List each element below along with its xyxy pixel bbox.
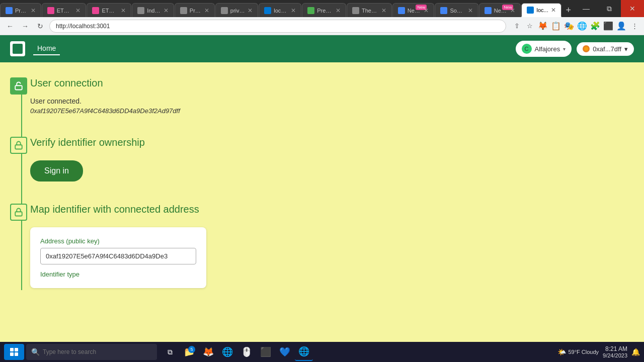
explorer-icon[interactable]: 📁 5 (180, 343, 198, 361)
url-bar[interactable]: http://localhost:3001 (49, 20, 506, 33)
tab-favicon (527, 7, 534, 14)
tab-localhost[interactable]: localh... ✕ (259, 3, 301, 17)
date: 9/24/2023 (603, 352, 627, 358)
address-short: 0xaf...7dff (593, 45, 621, 53)
user-icon[interactable]: 👤 (616, 21, 627, 32)
tab-new-ta2[interactable]: New Ta New ✕ (479, 3, 521, 17)
app-logo-inner (13, 44, 23, 54)
svg-rect-5 (10, 352, 14, 356)
step1-body: User connected. 0xaf19207E5e67A9f4C6483d… (30, 95, 634, 117)
tab-close-icon[interactable]: ✕ (248, 7, 253, 14)
main-content: User connection User connected. 0xaf1920… (0, 62, 644, 342)
svg-rect-0 (15, 85, 22, 89)
tab-close-icon[interactable]: ✕ (204, 7, 209, 14)
tab-title: IndeP... (147, 8, 161, 14)
tab-title: localh... (274, 8, 288, 14)
back-button[interactable]: ← (4, 20, 16, 32)
system-tray: 🌤️ 59°F Cloudy (557, 348, 599, 356)
taskview-icon[interactable]: ⧉ (161, 343, 179, 361)
tab-presets[interactable]: Preset... ✕ (302, 3, 346, 17)
vscode-icon[interactable]: 💙 (276, 343, 294, 361)
step1-title: User connection (30, 77, 634, 89)
map-card: Address (public key) Identifier type (30, 227, 206, 288)
tab-bar: Project ✕ ETHGl... ✕ ETHGl... ✕ IndeP...… (0, 0, 644, 17)
tab-close-icon[interactable]: ✕ (336, 7, 341, 14)
extension6-icon[interactable]: ⬛ (603, 21, 614, 32)
close-button[interactable]: ✕ (621, 0, 644, 17)
tab-title: Theme... (362, 8, 379, 14)
extension5-icon[interactable]: 🧩 (590, 21, 601, 32)
cursor-icon[interactable]: 🖱️ (237, 343, 256, 361)
tab-close-icon[interactable]: ✕ (510, 7, 515, 14)
tab-close-icon[interactable]: ✕ (291, 7, 296, 14)
tab-indep[interactable]: IndeP... ✕ (132, 3, 174, 17)
extension4-icon[interactable]: 🌐 (577, 21, 588, 32)
wallet-button[interactable]: C Alfajores ▾ (516, 41, 572, 57)
tab-close-icon[interactable]: ✕ (468, 7, 473, 14)
tab-favicon (221, 7, 228, 14)
forward-button[interactable]: → (19, 20, 31, 32)
tab-close-icon[interactable]: ✕ (31, 7, 36, 14)
notification-icon[interactable]: 🔔 (631, 348, 640, 356)
tab-favicon (264, 7, 271, 14)
step2-body: Sign in (30, 154, 634, 184)
tab-close-icon[interactable]: ✕ (164, 7, 169, 14)
taskbar-search[interactable]: 🔍 (26, 344, 157, 360)
restore-button[interactable]: ⧉ (598, 0, 621, 17)
tab-favicon (440, 7, 447, 14)
tab-title: Sonny... (450, 8, 465, 14)
tab-favicon (352, 7, 359, 14)
firefox-icon[interactable]: 🦊 (199, 343, 217, 361)
tab-loc-active[interactable]: loc... ✕ (521, 3, 561, 17)
browser-taskbar-icon[interactable]: 🌐 (295, 343, 313, 361)
address-input[interactable] (40, 248, 196, 264)
notion-icon[interactable]: ⬛ (257, 343, 275, 361)
tab-project[interactable]: Project ✕ (0, 3, 41, 17)
extension2-icon[interactable]: 📋 (550, 21, 561, 32)
step3-title: Map identifier with connected address (30, 204, 634, 215)
tab-title: loc... (536, 7, 548, 13)
new-tab-button[interactable]: + (562, 3, 575, 17)
search-input[interactable] (43, 348, 143, 355)
tab-close-icon[interactable]: ✕ (75, 7, 80, 14)
address-chevron: ▾ (624, 45, 628, 53)
share-icon[interactable]: ⇧ (511, 21, 522, 32)
tab-favicon (92, 7, 99, 14)
tab-privy[interactable]: Privy ✕ (175, 3, 215, 17)
menu-icon[interactable]: ⋮ (629, 21, 640, 32)
sign-in-button[interactable]: Sign in (30, 160, 83, 182)
step3-body: Address (public key) Identifier type (30, 221, 634, 290)
tab-privyi[interactable]: privy-i... ✕ (215, 3, 258, 17)
tab-new-ta1[interactable]: New Ta New ✕ (392, 3, 435, 17)
nav-home[interactable]: Home (33, 42, 60, 55)
tab-title: Privy (190, 8, 202, 14)
step-verify: Verify identifier ownership Sign in (30, 137, 634, 184)
start-button[interactable] (4, 344, 24, 360)
tab-close-icon[interactable]: ✕ (424, 7, 429, 14)
chrome-icon[interactable]: 🌐 (218, 343, 236, 361)
bookmark-icon[interactable]: ☆ (524, 21, 535, 32)
taskbar-right: 🌤️ 59°F Cloudy 8:21 AM 9/24/2023 🔔 (557, 345, 640, 358)
tab-ethgl2[interactable]: ETHGl... ✕ (87, 3, 131, 17)
extension3-icon[interactable]: 🎭 (564, 21, 575, 32)
svg-rect-1 (15, 145, 22, 149)
tab-close-icon[interactable]: ✕ (121, 7, 126, 14)
clock: 8:21 AM 9/24/2023 (603, 345, 627, 358)
minimize-button[interactable]: — (575, 0, 598, 17)
tab-close-icon[interactable]: ✕ (381, 7, 386, 14)
tab-close-icon[interactable]: ✕ (551, 7, 556, 14)
tab-sonny[interactable]: Sonny... ✕ (435, 3, 478, 17)
weather-icon: 🌤️ (557, 348, 566, 356)
tab-theme[interactable]: Theme... ✕ (347, 3, 392, 17)
header-right: C Alfajores ▾ 0xaf...7dff ▾ (516, 41, 634, 57)
tab-title: Project (15, 8, 28, 14)
tab-favicon (47, 7, 54, 14)
wallet-chevron: ▾ (563, 46, 566, 52)
taskbar-icons: ⧉ 📁 5 🦊 🌐 🖱️ ⬛ 💙 🌐 (161, 343, 313, 361)
extension1-icon[interactable]: 🦊 (537, 21, 548, 32)
tab-ethgl1[interactable]: ETHGl... ✕ (42, 3, 87, 17)
browser-window: Project ✕ ETHGl... ✕ ETHGl... ✕ IndeP...… (0, 0, 644, 342)
svg-rect-6 (15, 352, 18, 356)
reload-button[interactable]: ↻ (34, 20, 46, 32)
address-button[interactable]: 0xaf...7dff ▾ (577, 42, 634, 56)
